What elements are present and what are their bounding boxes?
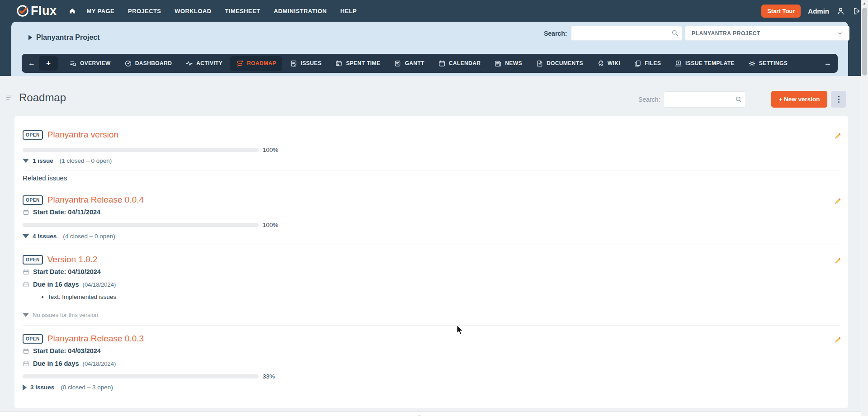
tab-label: ISSUES [301,60,321,66]
versions-card: OPEN Planyantra version 100% 1 issue (1 … [14,116,848,408]
collapse-arrow-icon[interactable] [23,159,29,163]
roadmap-search-box [664,91,746,108]
scrollbar-thumb[interactable] [862,8,867,76]
kebab-dot [838,96,840,97]
bullet-icon [42,296,43,298]
version-header: OPEN Planyantra version [23,130,840,140]
tab-dashboard[interactable]: DASHBOARD [118,56,178,71]
issues-count-link[interactable]: 4 issues [33,233,57,240]
tab-settings[interactable]: SETTINGS [742,56,793,71]
divider [23,170,840,170]
wiki-icon [597,60,604,67]
edit-pencil-icon[interactable] [833,132,842,141]
header-search: Search: [544,26,682,41]
project-selector-value: PLANYANTRA PROJECT [692,30,760,37]
edit-pencil-icon[interactable] [833,336,842,345]
tab-spent-time[interactable]: SPENT TIME [329,56,386,71]
tab-activity[interactable]: ACTIVITY [179,56,228,71]
version-header: OPEN Planyantra Release 0.0.3 [23,334,840,344]
version-title-link[interactable]: Planyantra version [47,130,118,140]
page-title: Roadmap [19,91,66,104]
scrollbar-up-arrow[interactable]: ▲ [863,1,866,5]
nav-administration[interactable]: ADMINISTRATION [274,8,327,14]
more-options-button[interactable] [831,91,846,108]
project-tabbar: ← + OVERVIEW DASHBOARD ACTIVITY ROADMAP … [22,54,838,73]
user-account-button[interactable] [836,7,845,15]
calendar-icon [438,60,446,67]
vertical-scrollbar[interactable]: ▲ [861,0,868,416]
roadmap-icon [236,60,244,67]
calendar-icon [23,269,29,275]
collapse-arrow-icon[interactable] [23,234,29,238]
tab-label: SETTINGS [759,60,788,66]
menu-lines-icon[interactable] [5,94,14,102]
version-header: OPEN Version 1.0.2 [23,255,840,265]
progress-label: 100% [263,222,278,228]
tab-news[interactable]: NEWS [488,56,528,71]
tab-label: DOCUMENTS [547,60,583,66]
chevron-down-icon [836,30,844,37]
tab-label: SPENT TIME [346,60,380,66]
project-selector-dropdown[interactable]: PLANYANTRA PROJECT [685,26,849,41]
new-version-button[interactable]: + New version [771,91,827,108]
home-icon [69,7,76,14]
tabs-scroll-right-button[interactable]: → [822,59,833,67]
status-badge: OPEN [23,334,43,344]
calendar-icon [23,209,29,216]
due-date-row: Due in 16 days (04/18/2024) [23,281,840,288]
issues-counts: (4 closed – 0 open) [63,233,115,240]
status-badge: OPEN [23,195,43,205]
tab-overview[interactable]: OVERVIEW [63,56,117,71]
collapse-arrow-icon[interactable] [23,313,29,317]
header-search-input[interactable] [571,26,682,40]
version-title-link[interactable]: Version 1.0.2 [47,255,98,265]
tab-issue-template[interactable]: ISSUE TEMPLATE [669,56,741,71]
issues-count-link[interactable]: 3 issues [30,384,54,391]
due-date-text: Due in 16 days [33,281,79,288]
tab-wiki[interactable]: WIKI [591,56,626,71]
version-title-link[interactable]: Planyantra Release 0.0.3 [47,334,144,344]
roadmap-search-input[interactable] [664,92,745,107]
kebab-dot [838,101,840,103]
nav-projects[interactable]: PROJECTS [128,8,161,14]
start-date-row: Start Date: 04/11/2024 [23,208,840,216]
current-user-label[interactable]: Admin [808,7,829,15]
tab-gantt[interactable]: GANTT [388,56,430,71]
tab-documents[interactable]: DOCUMENTS [530,56,589,71]
nav-my-page[interactable]: MY PAGE [87,8,115,14]
add-tab-button[interactable]: + [39,56,58,71]
nav-workload[interactable]: WORKLOAD [175,8,211,14]
kebab-dot [838,99,840,100]
home-button[interactable] [69,7,76,14]
footer: Powered by Redmine © 2006-2022 Jean-Phil… [0,411,861,416]
logout-button[interactable] [852,7,861,15]
news-icon [494,60,502,67]
issues-count-link[interactable]: 1 issue [33,157,53,164]
divider [23,245,840,245]
version-progress: 33% [23,373,840,380]
tab-issues[interactable]: ISSUES [284,56,327,71]
start-tour-button[interactable]: Start Tour [761,5,801,18]
due-date-value: (04/18/2024) [83,281,116,288]
edit-pencil-icon[interactable] [833,197,842,206]
related-issues-heading: Related issues [23,174,840,182]
nav-help[interactable]: HELP [340,8,357,14]
bullet-text: Text: Implemented issues [47,293,116,300]
tab-calendar[interactable]: CALENDAR [432,56,487,71]
tab-files[interactable]: FILES [628,56,667,71]
tab-roadmap[interactable]: ROADMAP [230,56,282,71]
version-title-link[interactable]: Planyantra Release 0.0.4 [47,195,144,205]
tabs-scroll-left-button[interactable]: ← [26,59,37,67]
edit-pencil-icon[interactable] [833,257,842,265]
roadmap-search: Search: [638,91,746,108]
progress-label: 100% [263,147,278,153]
version-issues-row: 4 issues (4 closed – 0 open) [23,233,840,240]
app-logo[interactable]: Flux [16,4,57,18]
version-description-item: Text: Implemented issues [23,293,840,300]
status-badge: OPEN [23,130,43,140]
expand-arrow-icon[interactable] [23,384,27,391]
no-issues-text: No issues for this version [33,312,98,318]
breadcrumb[interactable]: Planyantra Project [28,33,100,42]
due-date-text: Due in 16 days [33,360,79,367]
nav-timesheet[interactable]: TIMESHEET [225,8,260,14]
